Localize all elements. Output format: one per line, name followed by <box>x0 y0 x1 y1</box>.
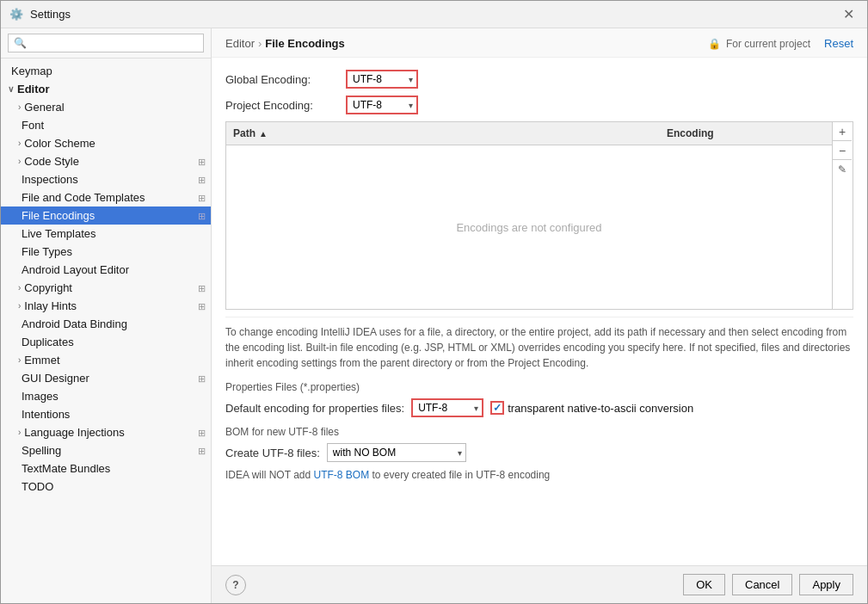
sidebar-item-label: Live Templates <box>22 227 95 240</box>
header-right: 🔒 For current project Reset <box>708 37 853 50</box>
breadcrumb: Editor › File Encodings <box>225 37 345 50</box>
sidebar-item-emmet[interactable]: › Emmet <box>1 351 211 369</box>
sidebar-item-label: File Types <box>22 245 72 258</box>
sidebar-item-language-injections[interactable]: › Language Injections ⊞ <box>1 423 211 441</box>
create-utf8-label: Create UTF-8 files: <box>225 447 320 459</box>
sidebar-item-label: Android Layout Editor <box>22 263 129 276</box>
sidebar-item-label: TextMate Bundles <box>22 462 110 475</box>
apply-button[interactable]: Apply <box>799 574 853 595</box>
global-encoding-select[interactable]: UTF-8 UTF-16 ISO-8859-1 <box>348 71 416 87</box>
settings-icon: ⊞ <box>198 210 206 221</box>
sidebar-item-label: Inlay Hints <box>24 299 77 312</box>
transparent-checkbox[interactable]: ✓ <box>490 401 504 415</box>
sidebar-item-label: Spelling <box>22 444 61 457</box>
sidebar-item-label: Color Scheme <box>24 137 95 150</box>
checkmark-icon: ✓ <box>493 402 502 414</box>
encoding-column-header: Encoding <box>660 126 832 141</box>
sidebar-item-label: Android Data Binding <box>22 317 127 330</box>
sidebar-item-textmate-bundles[interactable]: TextMate Bundles <box>1 459 211 478</box>
sidebar-item-label: TODO <box>22 480 53 493</box>
sidebar-item-label: Inspections <box>22 173 78 186</box>
sidebar-item-label: Copyright <box>24 281 72 294</box>
ok-button[interactable]: OK <box>683 574 725 595</box>
cancel-button[interactable]: Cancel <box>732 574 792 595</box>
path-column-header[interactable]: Path ▲ <box>226 126 660 141</box>
properties-section-title: Properties Files (*.properties) <box>225 381 853 393</box>
sidebar-item-android-data-binding[interactable]: Android Data Binding <box>1 315 211 333</box>
sidebar-item-label: Images <box>22 390 58 403</box>
sidebar-item-general[interactable]: › General <box>1 98 211 116</box>
expand-icon: ∨ <box>8 84 14 94</box>
settings-icon: ⊞ <box>198 174 206 185</box>
sidebar-item-todo[interactable]: TODO <box>1 478 211 496</box>
transparent-checkbox-wrapper: ✓ transparent native-to-ascii conversion <box>490 401 693 415</box>
project-encoding-select[interactable]: UTF-8 UTF-16 ISO-8859-1 <box>348 97 416 113</box>
sidebar-item-gui-designer[interactable]: GUI Designer ⊞ <box>1 369 211 387</box>
sidebar-item-label: Duplicates <box>22 336 74 348</box>
sidebar-item-inspections[interactable]: Inspections ⊞ <box>1 170 211 188</box>
settings-icon: ⊞ <box>198 156 206 167</box>
global-encoding-row: Global Encoding: UTF-8 UTF-16 ISO-8859-1… <box>225 70 853 89</box>
sidebar-item-editor[interactable]: ∨ Editor <box>1 80 211 98</box>
lock-icon: 🔒 <box>708 38 721 50</box>
close-button[interactable]: ✕ <box>838 4 859 25</box>
sidebar-item-images[interactable]: Images <box>1 387 211 405</box>
arrow-icon: › <box>18 428 21 437</box>
sidebar-item-label: Intentions <box>22 408 70 421</box>
properties-encoding-select[interactable]: UTF-8 ISO-8859-1 <box>413 400 482 416</box>
properties-encoding-select-wrapper: UTF-8 ISO-8859-1 ▾ <box>411 398 483 417</box>
edit-row-button[interactable]: ✎ <box>833 160 852 179</box>
search-input[interactable] <box>8 34 204 52</box>
sidebar-item-inlay-hints[interactable]: › Inlay Hints ⊞ <box>1 297 211 315</box>
sidebar-item-font[interactable]: Font <box>1 116 211 134</box>
bom-info-text: IDEA will NOT add UTF-8 BOM to every cre… <box>225 469 853 481</box>
info-text: To change encoding IntelliJ IDEA uses fo… <box>225 317 853 371</box>
sidebar-item-label: Emmet <box>24 354 59 367</box>
sidebar-item-label: Font <box>22 119 44 132</box>
titlebar: ⚙️ Settings ✕ <box>1 1 867 28</box>
main-header: Editor › File Encodings 🔒 For current pr… <box>212 28 867 58</box>
project-encoding-select-wrapper: UTF-8 UTF-16 ISO-8859-1 ▾ <box>346 96 418 114</box>
settings-icon: ⊞ <box>198 192 206 203</box>
add-row-button[interactable]: + <box>833 122 852 141</box>
bom-section-title: BOM for new UTF-8 files <box>225 426 853 438</box>
bom-section-title-text: BOM for new UTF-8 files <box>225 426 339 438</box>
sidebar-item-code-style[interactable]: › Code Style ⊞ <box>1 152 211 170</box>
sidebar-item-label: Keymap <box>11 65 52 77</box>
sidebar-item-duplicates[interactable]: Duplicates <box>1 333 211 351</box>
sidebar-item-android-layout-editor[interactable]: Android Layout Editor <box>1 261 211 279</box>
remove-row-button[interactable]: − <box>833 141 852 160</box>
global-encoding-select-wrapper: UTF-8 UTF-16 ISO-8859-1 ▾ <box>346 70 418 89</box>
footer: ? OK Cancel Apply <box>212 565 867 603</box>
breadcrumb-separator: › <box>258 37 262 50</box>
settings-icon: ⊞ <box>198 282 206 293</box>
encoding-label: Encoding <box>667 127 714 139</box>
settings-icon: ⊞ <box>198 445 206 456</box>
sidebar-item-file-encodings[interactable]: File Encodings ⊞ <box>1 206 211 225</box>
help-button[interactable]: ? <box>225 575 246 595</box>
arrow-icon: › <box>18 301 21 311</box>
settings-icon: ⊞ <box>198 373 206 384</box>
sidebar-item-file-types[interactable]: File Types <box>1 243 211 261</box>
sidebar-item-intentions[interactable]: Intentions <box>1 405 211 423</box>
settings-window: ⚙️ Settings ✕ Keymap ∨ Editor <box>0 0 868 604</box>
sidebar-item-label: Language Injections <box>24 426 124 439</box>
bom-select[interactable]: with NO BOM with BOM with BOM (auto-dete… <box>328 444 465 461</box>
sidebar-item-file-code-templates[interactable]: File and Code Templates ⊞ <box>1 188 211 206</box>
sidebar-item-spelling[interactable]: Spelling ⊞ <box>1 441 211 459</box>
for-current-project-label: 🔒 For current project <box>708 38 810 50</box>
table-action-buttons: + − ✎ <box>832 122 853 309</box>
bom-info-link[interactable]: UTF-8 BOM <box>313 469 369 481</box>
sidebar-item-color-scheme[interactable]: › Color Scheme <box>1 134 211 152</box>
sidebar-item-label: General <box>24 101 64 114</box>
reset-button[interactable]: Reset <box>824 37 853 50</box>
sidebar-item-label: Editor <box>17 83 50 96</box>
for-current-text: For current project <box>726 38 810 50</box>
breadcrumb-parent: Editor <box>225 37 255 50</box>
properties-encoding-row: Default encoding for properties files: U… <box>225 398 853 417</box>
sidebar-item-label: File and Code Templates <box>22 191 145 204</box>
table-body: Encodings are not configured <box>226 145 832 309</box>
sidebar-item-copyright[interactable]: › Copyright ⊞ <box>1 279 211 297</box>
sidebar-item-keymap[interactable]: Keymap <box>1 62 211 80</box>
sidebar-item-live-templates[interactable]: Live Templates <box>1 225 211 243</box>
